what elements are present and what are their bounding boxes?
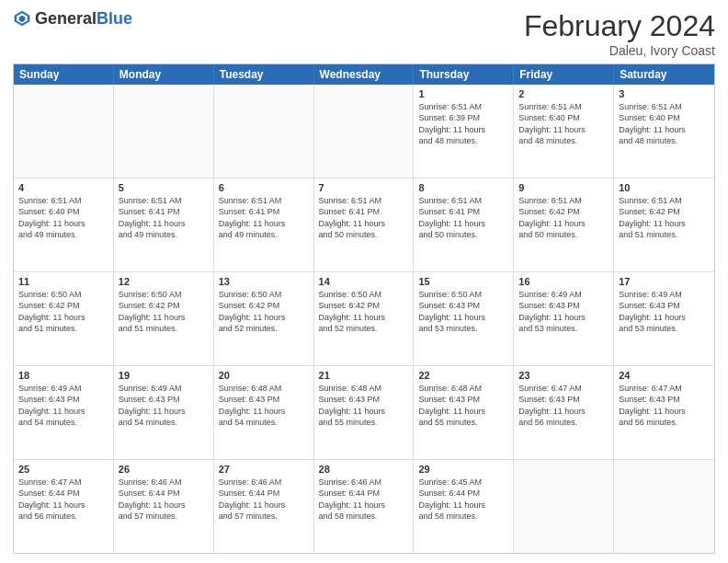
calendar-cell: 2Sunrise: 6:51 AM Sunset: 6:40 PM Daylig…	[514, 85, 614, 178]
cell-info: Sunrise: 6:51 AM Sunset: 6:42 PM Dayligh…	[619, 195, 710, 240]
cell-info: Sunrise: 6:51 AM Sunset: 6:40 PM Dayligh…	[619, 101, 710, 146]
calendar-header-day: Saturday	[614, 64, 714, 85]
cell-info: Sunrise: 6:49 AM Sunset: 6:43 PM Dayligh…	[619, 289, 710, 334]
calendar-header-day: Sunday	[14, 64, 114, 85]
cell-info: Sunrise: 6:50 AM Sunset: 6:43 PM Dayligh…	[418, 289, 508, 334]
day-number: 29	[418, 463, 508, 476]
calendar-cell: 8Sunrise: 6:51 AM Sunset: 6:41 PM Daylig…	[414, 178, 514, 271]
calendar-header-day: Friday	[514, 64, 614, 85]
day-number: 15	[418, 275, 508, 288]
day-number: 12	[119, 275, 209, 288]
calendar-cell: 15Sunrise: 6:50 AM Sunset: 6:43 PM Dayli…	[414, 272, 514, 365]
calendar-cell: 23Sunrise: 6:47 AM Sunset: 6:43 PM Dayli…	[514, 366, 614, 459]
calendar-cell: 14Sunrise: 6:50 AM Sunset: 6:42 PM Dayli…	[314, 272, 415, 365]
calendar-cell: 5Sunrise: 6:51 AM Sunset: 6:41 PM Daylig…	[114, 178, 214, 271]
cell-info: Sunrise: 6:48 AM Sunset: 6:43 PM Dayligh…	[219, 383, 309, 428]
cell-info: Sunrise: 6:51 AM Sunset: 6:41 PM Dayligh…	[418, 195, 508, 240]
day-number: 26	[119, 463, 209, 476]
cell-info: Sunrise: 6:45 AM Sunset: 6:44 PM Dayligh…	[418, 477, 508, 522]
day-number: 7	[319, 181, 409, 194]
day-number: 21	[319, 369, 409, 382]
cell-info: Sunrise: 6:50 AM Sunset: 6:42 PM Dayligh…	[119, 289, 209, 334]
calendar-cell	[114, 85, 214, 178]
calendar-cell: 22Sunrise: 6:48 AM Sunset: 6:43 PM Dayli…	[414, 366, 514, 459]
day-number: 5	[119, 181, 209, 194]
calendar-cell	[514, 460, 614, 553]
calendar-cell: 4Sunrise: 6:51 AM Sunset: 6:40 PM Daylig…	[14, 178, 114, 271]
day-number: 1	[418, 87, 508, 100]
cell-info: Sunrise: 6:51 AM Sunset: 6:41 PM Dayligh…	[219, 195, 309, 240]
calendar-cell: 21Sunrise: 6:48 AM Sunset: 6:43 PM Dayli…	[314, 366, 415, 459]
calendar-header-day: Thursday	[414, 64, 514, 85]
calendar-cell: 16Sunrise: 6:49 AM Sunset: 6:43 PM Dayli…	[514, 272, 614, 365]
cell-info: Sunrise: 6:50 AM Sunset: 6:42 PM Dayligh…	[219, 289, 309, 334]
calendar-cell: 24Sunrise: 6:47 AM Sunset: 6:43 PM Dayli…	[614, 366, 714, 459]
calendar-cell: 7Sunrise: 6:51 AM Sunset: 6:41 PM Daylig…	[314, 178, 415, 271]
cell-info: Sunrise: 6:50 AM Sunset: 6:42 PM Dayligh…	[18, 289, 108, 334]
day-number: 19	[119, 369, 209, 382]
calendar-cell: 26Sunrise: 6:46 AM Sunset: 6:44 PM Dayli…	[114, 460, 214, 553]
calendar-cell: 13Sunrise: 6:50 AM Sunset: 6:42 PM Dayli…	[214, 272, 314, 365]
cell-info: Sunrise: 6:47 AM Sunset: 6:44 PM Dayligh…	[18, 477, 108, 522]
cell-info: Sunrise: 6:46 AM Sunset: 6:44 PM Dayligh…	[319, 477, 409, 522]
calendar-row: 18Sunrise: 6:49 AM Sunset: 6:43 PM Dayli…	[14, 366, 714, 460]
calendar-cell: 11Sunrise: 6:50 AM Sunset: 6:42 PM Dayli…	[14, 272, 114, 365]
cell-info: Sunrise: 6:48 AM Sunset: 6:43 PM Dayligh…	[418, 383, 508, 428]
calendar-row: 4Sunrise: 6:51 AM Sunset: 6:40 PM Daylig…	[14, 178, 714, 272]
day-number: 28	[319, 463, 409, 476]
calendar-cell: 12Sunrise: 6:50 AM Sunset: 6:42 PM Dayli…	[114, 272, 214, 365]
cell-info: Sunrise: 6:51 AM Sunset: 6:40 PM Dayligh…	[18, 195, 108, 240]
cell-info: Sunrise: 6:51 AM Sunset: 6:41 PM Dayligh…	[119, 195, 209, 240]
day-number: 27	[219, 463, 309, 476]
cell-info: Sunrise: 6:50 AM Sunset: 6:42 PM Dayligh…	[319, 289, 409, 334]
day-number: 23	[518, 369, 609, 382]
logo: GeneralBlue	[13, 9, 132, 28]
calendar-cell: 25Sunrise: 6:47 AM Sunset: 6:44 PM Dayli…	[14, 460, 114, 553]
calendar-cell: 17Sunrise: 6:49 AM Sunset: 6:43 PM Dayli…	[614, 272, 714, 365]
day-number: 22	[418, 369, 508, 382]
cell-info: Sunrise: 6:48 AM Sunset: 6:43 PM Dayligh…	[319, 383, 409, 428]
month-year: February 2024	[524, 9, 715, 43]
logo-text: GeneralBlue	[35, 10, 132, 28]
calendar-cell: 9Sunrise: 6:51 AM Sunset: 6:42 PM Daylig…	[514, 178, 614, 271]
calendar-row: 11Sunrise: 6:50 AM Sunset: 6:42 PM Dayli…	[14, 272, 714, 366]
day-number: 8	[418, 181, 508, 194]
cell-info: Sunrise: 6:51 AM Sunset: 6:40 PM Dayligh…	[518, 101, 609, 146]
calendar-header-day: Monday	[114, 64, 214, 85]
calendar-body: 1Sunrise: 6:51 AM Sunset: 6:39 PM Daylig…	[14, 85, 714, 553]
cell-info: Sunrise: 6:49 AM Sunset: 6:43 PM Dayligh…	[119, 383, 209, 428]
calendar-cell: 27Sunrise: 6:46 AM Sunset: 6:44 PM Dayli…	[214, 460, 314, 553]
calendar-row: 1Sunrise: 6:51 AM Sunset: 6:39 PM Daylig…	[14, 85, 714, 178]
page: GeneralBlue February 2024 Daleu, Ivory C…	[0, 0, 728, 563]
cell-info: Sunrise: 6:51 AM Sunset: 6:41 PM Dayligh…	[319, 195, 409, 240]
calendar-header-day: Tuesday	[214, 64, 314, 85]
calendar-row: 25Sunrise: 6:47 AM Sunset: 6:44 PM Dayli…	[14, 460, 714, 553]
cell-info: Sunrise: 6:51 AM Sunset: 6:42 PM Dayligh…	[518, 195, 609, 240]
day-number: 4	[18, 181, 108, 194]
day-number: 6	[219, 181, 309, 194]
calendar-cell: 28Sunrise: 6:46 AM Sunset: 6:44 PM Dayli…	[314, 460, 415, 553]
calendar-header: SundayMondayTuesdayWednesdayThursdayFrid…	[14, 64, 714, 85]
cell-info: Sunrise: 6:47 AM Sunset: 6:43 PM Dayligh…	[518, 383, 609, 428]
location: Daleu, Ivory Coast	[524, 43, 715, 58]
day-number: 17	[619, 275, 710, 288]
cell-info: Sunrise: 6:46 AM Sunset: 6:44 PM Dayligh…	[219, 477, 309, 522]
cell-info: Sunrise: 6:46 AM Sunset: 6:44 PM Dayligh…	[119, 477, 209, 522]
title-block: February 2024 Daleu, Ivory Coast	[524, 9, 715, 58]
calendar-cell	[314, 85, 415, 178]
cell-info: Sunrise: 6:47 AM Sunset: 6:43 PM Dayligh…	[619, 383, 710, 428]
calendar-cell: 19Sunrise: 6:49 AM Sunset: 6:43 PM Dayli…	[114, 366, 214, 459]
day-number: 9	[518, 181, 609, 194]
calendar-cell	[614, 460, 714, 553]
day-number: 11	[18, 275, 108, 288]
day-number: 20	[219, 369, 309, 382]
day-number: 3	[619, 87, 710, 100]
cell-info: Sunrise: 6:51 AM Sunset: 6:39 PM Dayligh…	[418, 101, 508, 146]
calendar-cell: 10Sunrise: 6:51 AM Sunset: 6:42 PM Dayli…	[614, 178, 714, 271]
calendar-cell: 3Sunrise: 6:51 AM Sunset: 6:40 PM Daylig…	[614, 85, 714, 178]
calendar-cell: 20Sunrise: 6:48 AM Sunset: 6:43 PM Dayli…	[214, 366, 314, 459]
cell-info: Sunrise: 6:49 AM Sunset: 6:43 PM Dayligh…	[518, 289, 609, 334]
day-number: 13	[219, 275, 309, 288]
calendar-header-day: Wednesday	[314, 64, 415, 85]
calendar-cell: 18Sunrise: 6:49 AM Sunset: 6:43 PM Dayli…	[14, 366, 114, 459]
